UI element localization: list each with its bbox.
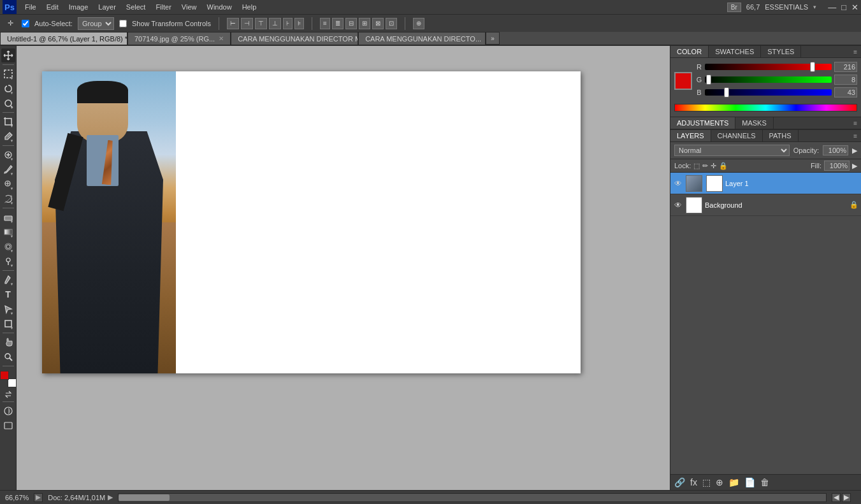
tab-untitled1[interactable]: Untitled-1 @ 66,7% (Layer 1, RGB/8) * ✕ (0, 32, 127, 45)
path-select-tool[interactable]: ▼ (1, 302, 15, 316)
tab-layers[interactable]: LAYERS (670, 130, 711, 141)
tab-overflow-btn[interactable]: » (486, 32, 500, 45)
history-brush-tool[interactable]: ▼ (1, 192, 15, 206)
align-left-btn[interactable]: ⊢ (227, 18, 239, 29)
lock-move-icon[interactable]: ✛ (711, 162, 716, 170)
b-value-input[interactable] (834, 87, 857, 97)
tab-channels[interactable]: CHANNELS (711, 130, 763, 141)
menu-select[interactable]: Select (122, 2, 150, 12)
tab-paths[interactable]: PATHS (763, 130, 799, 141)
layer-item-background[interactable]: 👁 Background 🔒 (670, 194, 861, 216)
pen-tool[interactable]: ▼ (1, 273, 15, 287)
b-slider[interactable] (705, 89, 832, 96)
align-bottom-btn[interactable]: ⊧ (294, 18, 304, 29)
menu-help[interactable]: Help (238, 2, 261, 12)
dist-4-btn[interactable]: ⊞ (359, 18, 370, 29)
close-btn[interactable]: ✕ (851, 3, 858, 12)
switch-colors-icon[interactable] (3, 389, 13, 400)
align-right-btn[interactable]: ⊤ (255, 18, 267, 29)
g-slider[interactable] (705, 76, 832, 83)
scroll-left-btn[interactable]: ◀ (832, 493, 841, 502)
dist-6-btn[interactable]: ⊡ (386, 18, 397, 29)
align-top-btn[interactable]: ⊥ (269, 18, 281, 29)
blur-tool[interactable]: ▼ (1, 240, 15, 254)
align-center-v-btn[interactable]: ⊦ (283, 18, 293, 29)
menu-image[interactable]: Image (64, 2, 93, 12)
gradient-tool[interactable]: ▼ (1, 225, 15, 239)
g-value-input[interactable] (834, 75, 857, 85)
layers-panel-menu-icon[interactable]: ≡ (850, 131, 861, 141)
eyedropper-tool[interactable]: ▼ (1, 129, 15, 143)
bg-visibility[interactable]: 👁 (673, 200, 683, 210)
menu-window[interactable]: Window (203, 2, 236, 12)
crop-tool[interactable]: ▼ (1, 115, 15, 129)
menu-filter[interactable]: Filter (151, 2, 175, 12)
color-spectrum[interactable] (674, 104, 857, 112)
tab-styles[interactable]: STYLES (761, 46, 801, 57)
shape-tool[interactable]: ▼ (1, 317, 15, 331)
tab-cara2[interactable]: CARA MENGGUNAKAN DIRECTO... ✕ (358, 32, 486, 45)
menu-edit[interactable]: Edit (42, 2, 63, 12)
dist-1-btn[interactable]: ≡ (320, 18, 330, 29)
spot-heal-tool[interactable]: ▼ (1, 148, 15, 162)
tab-adjustments[interactable]: ADJUSTMENTS (670, 117, 735, 129)
eraser-tool[interactable]: ▼ (1, 210, 15, 224)
new-layer-btn[interactable]: 📄 (744, 477, 755, 487)
type-tool[interactable]: T (1, 287, 15, 301)
opacity-input[interactable] (823, 145, 848, 155)
layer1-visibility[interactable]: 👁 (673, 178, 683, 189)
background-color[interactable] (8, 378, 17, 387)
quick-mask-btn[interactable] (1, 404, 15, 418)
lock-transparent-icon[interactable]: ⬚ (693, 162, 700, 170)
menu-file[interactable]: File (20, 2, 41, 12)
restore-btn[interactable]: □ (841, 3, 846, 12)
lasso-tool[interactable]: ▼ (1, 82, 15, 96)
brush-tool[interactable]: ▼ (1, 162, 15, 176)
r-value-input[interactable] (834, 62, 857, 72)
dist-5-btn[interactable]: ⊠ (372, 18, 384, 29)
move-tool[interactable] (1, 48, 15, 62)
show-transform-checkbox[interactable] (119, 20, 127, 27)
canvas-area[interactable] (17, 46, 670, 490)
fg-bg-colors[interactable] (0, 371, 17, 387)
screen-mode-btn[interactable] (1, 419, 15, 433)
tab-masks[interactable]: MASKS (735, 117, 774, 129)
tab-swatches[interactable]: SWATCHES (709, 46, 761, 57)
color-panel-menu-icon[interactable]: ≡ (850, 47, 861, 57)
zoom-tool[interactable] (1, 350, 15, 364)
adj-panel-menu-icon[interactable]: ≡ (850, 118, 861, 129)
auto-select-type[interactable]: Group Layer (78, 17, 114, 30)
lock-all-icon[interactable]: 🔒 (719, 162, 728, 170)
menu-view[interactable]: View (177, 2, 201, 12)
layer-item-layer1[interactable]: 👁 Layer 1 (670, 173, 861, 194)
minimize-btn[interactable]: — (828, 3, 836, 12)
color-swatch[interactable] (674, 72, 692, 90)
fill-arrow[interactable]: ▶ (852, 162, 857, 170)
dist-3-btn[interactable]: ⊟ (345, 18, 357, 29)
scroll-right-btn[interactable]: ▶ (842, 493, 851, 502)
workspace-chevron[interactable]: ▾ (813, 4, 816, 10)
menu-layer[interactable]: Layer (94, 2, 120, 12)
quick-select-tool[interactable]: ▼ (1, 96, 15, 110)
fill-input[interactable] (824, 161, 850, 171)
tab-close-707149[interactable]: ✕ (219, 35, 224, 42)
hand-tool[interactable] (1, 335, 15, 349)
tab-color[interactable]: COLOR (670, 46, 709, 57)
tab-707149[interactable]: 707149.jpg @ 25% (RG... ✕ (127, 32, 231, 45)
arrange-btn[interactable]: ⊕ (413, 18, 424, 29)
bridge-btn[interactable]: Br (727, 3, 741, 12)
tab-cara1[interactable]: CARA MENGGUNAKAN DIRECTOR MODE GTA 5 123… (231, 32, 358, 45)
new-group-btn[interactable]: 📁 (728, 477, 739, 487)
blend-mode-select[interactable]: Normal Multiply Screen (674, 145, 790, 156)
marquee-tool[interactable]: ▼ (1, 67, 15, 81)
dist-2-btn[interactable]: ≣ (332, 18, 344, 29)
clone-tool[interactable]: ▼ (1, 177, 15, 191)
add-adjustment-btn[interactable]: ⊕ (716, 477, 723, 487)
foreground-color[interactable] (0, 371, 9, 380)
add-style-btn[interactable]: fx (690, 477, 697, 487)
horizontal-scrollbar[interactable] (118, 493, 827, 502)
auto-select-checkbox[interactable] (22, 20, 29, 27)
opacity-arrow[interactable]: ▶ (852, 147, 857, 155)
lock-paint-icon[interactable]: ✏ (702, 162, 708, 170)
r-slider[interactable] (705, 64, 832, 70)
